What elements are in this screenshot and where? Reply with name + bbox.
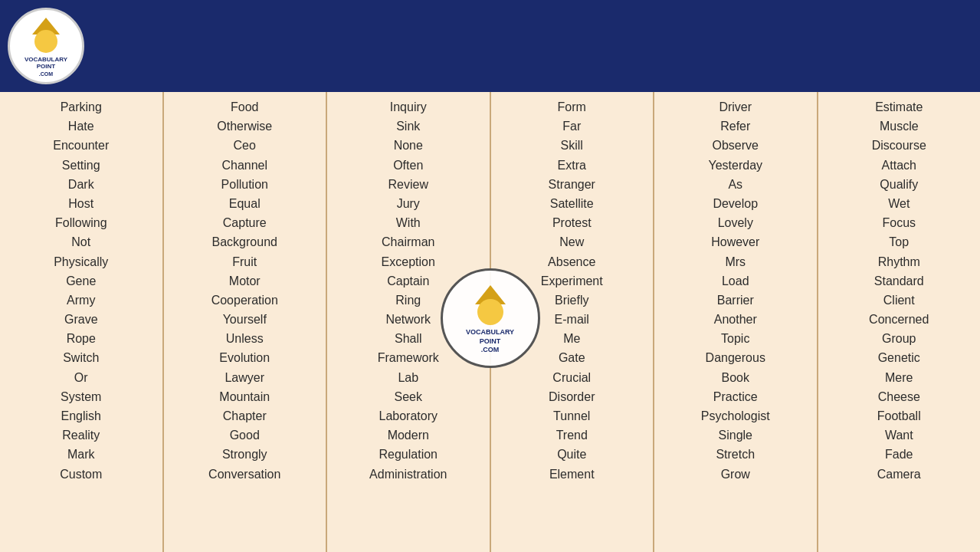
word-item: Lovely — [718, 214, 753, 232]
word-item: Refer — [720, 117, 750, 135]
word-item: Unless — [226, 330, 264, 347]
word-item: Ring — [395, 291, 421, 309]
word-item: Conversation — [208, 465, 280, 483]
word-item: Chapter — [223, 407, 267, 425]
word-item: Experiment — [541, 272, 603, 290]
word-item: Stranger — [549, 176, 595, 193]
word-item: Grow — [721, 465, 750, 483]
word-item: Gate — [559, 349, 585, 366]
word-item: Wet — [888, 195, 910, 212]
word-item: Evolution — [219, 349, 270, 366]
word-item: Army — [67, 291, 95, 309]
word-item: Protest — [552, 214, 592, 232]
word-item: Parking — [61, 98, 102, 116]
word-item: Grave — [64, 310, 98, 328]
word-item: Top — [889, 233, 909, 251]
word-item: Network — [385, 310, 431, 328]
word-item: Discourse — [872, 136, 926, 154]
word-item: Concerned — [869, 310, 929, 328]
word-item: Qualify — [880, 176, 918, 193]
word-item: English — [61, 407, 101, 425]
word-item: Review — [388, 176, 428, 193]
column-5: DriverReferObserveYesterdayAsDevelopLove… — [654, 92, 818, 552]
word-item: Cheese — [878, 388, 920, 406]
word-item: Framework — [378, 349, 439, 366]
word-item: Extra — [558, 156, 586, 174]
word-item: Load — [722, 272, 749, 290]
word-item: Jury — [397, 195, 420, 212]
word-item: Channel — [221, 156, 267, 174]
word-item: Me — [563, 330, 580, 347]
word-item: Food — [231, 98, 258, 116]
word-item: Exception — [382, 253, 435, 271]
word-item: Switch — [63, 349, 99, 366]
word-item: Strongly — [222, 445, 267, 463]
column-1: ParkingHateEncounterSettingDarkHostFollo… — [0, 92, 164, 552]
word-item: Good — [230, 426, 260, 444]
word-item: Client — [883, 291, 915, 309]
word-item: With — [396, 214, 421, 232]
word-item: Custom — [60, 465, 102, 483]
word-item: Cooperation — [211, 291, 278, 309]
word-item: E-mail — [555, 310, 589, 328]
word-item: None — [394, 136, 423, 154]
word-item: However — [711, 233, 759, 251]
word-item: Not — [71, 233, 90, 251]
word-item: Otherwise — [217, 117, 272, 135]
word-item: Estimate — [875, 98, 923, 116]
column-2: FoodOtherwiseCeoChannelPollutionEqualCap… — [164, 92, 328, 552]
word-item: Ceo — [234, 136, 256, 154]
word-item: Satellite — [550, 195, 594, 212]
word-item: Form — [558, 98, 586, 116]
word-item: Attach — [882, 156, 916, 174]
word-item: Mere — [885, 369, 913, 386]
word-item: Gene — [66, 272, 96, 290]
word-item: Mrs — [725, 253, 746, 271]
word-item: Encounter — [53, 136, 109, 154]
column-6: EstimateMuscleDiscourseAttachQualifyWetF… — [818, 92, 981, 552]
word-item: Group — [882, 330, 916, 347]
word-item: Briefly — [555, 291, 588, 309]
word-item: Regulation — [379, 445, 438, 463]
word-item: Fruit — [232, 253, 257, 271]
word-item: Single — [719, 426, 752, 444]
word-item: Physically — [54, 253, 108, 271]
wm-text: VOCABULARYPOINT.COM — [466, 328, 514, 355]
header: VOCABULARYPOINT.COM — [0, 0, 980, 92]
word-item: Chairman — [382, 233, 434, 251]
word-item: Another — [714, 310, 757, 328]
word-item: Or — [74, 369, 88, 386]
word-item: Dangerous — [706, 349, 765, 366]
word-item: Capture — [223, 214, 267, 232]
word-item: Observe — [713, 136, 759, 154]
word-item: Rope — [67, 330, 96, 347]
word-item: Absence — [548, 253, 595, 271]
word-item: Book — [722, 369, 749, 386]
word-item: Equal — [229, 195, 261, 212]
word-item: Fade — [885, 445, 913, 463]
word-item: Lawyer — [225, 369, 264, 386]
word-item: Motor — [229, 272, 261, 290]
word-item: Crucial — [552, 369, 591, 386]
word-item: Want — [885, 426, 913, 444]
wm-face-icon — [477, 299, 503, 325]
word-item: Develop — [713, 195, 758, 212]
word-item: Element — [549, 465, 595, 483]
word-item: Seek — [395, 388, 422, 406]
word-item: Genetic — [878, 349, 920, 366]
word-item: Hate — [68, 117, 94, 135]
word-item: Barrier — [717, 291, 754, 309]
word-item: Mountain — [219, 388, 270, 406]
word-item: Mark — [67, 445, 95, 463]
word-item: Disorder — [549, 388, 595, 406]
word-item: Yourself — [223, 310, 267, 328]
word-item: Practice — [713, 388, 758, 406]
word-item: Topic — [721, 330, 749, 347]
word-item: Driver — [719, 98, 752, 116]
word-item: Muscle — [880, 117, 919, 135]
word-item: Host — [68, 195, 93, 212]
word-item: Standard — [874, 272, 924, 290]
word-item: Tunnel — [553, 407, 590, 425]
word-item: Stretch — [716, 445, 755, 463]
word-item: Modern — [388, 426, 429, 444]
